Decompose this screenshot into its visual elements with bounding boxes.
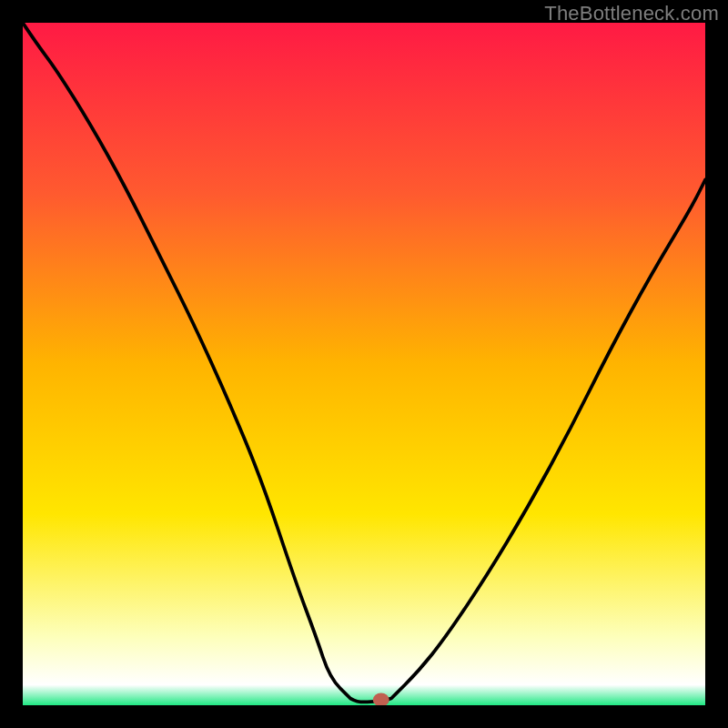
plot-area bbox=[23, 23, 705, 705]
watermark: TheBottleneck.com bbox=[544, 2, 719, 25]
chart-svg bbox=[23, 23, 705, 705]
chart-frame: TheBottleneck.com bbox=[0, 0, 728, 728]
